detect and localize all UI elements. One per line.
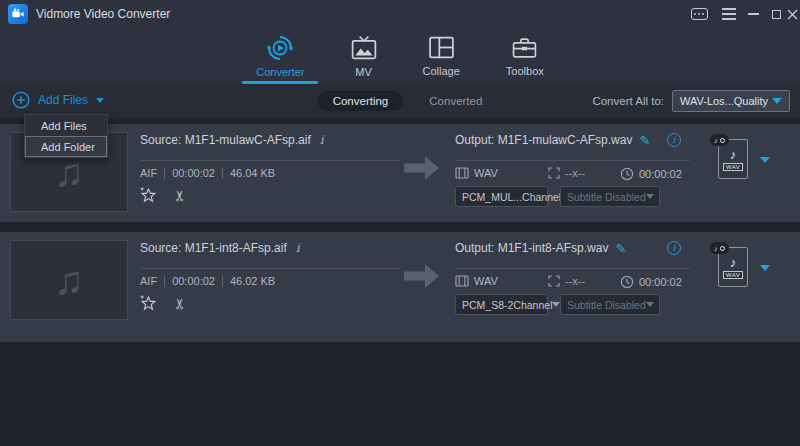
app-window: Vidmore Video Converter [0, 0, 800, 446]
output-format: WAV [474, 167, 498, 179]
tab-mv[interactable]: MV [345, 28, 383, 84]
file-type-label: WAV [723, 163, 744, 171]
output-filename: Output: M1F1-mulawC-AFsp.wav [455, 133, 632, 147]
audio-track-select[interactable]: PCM_MUL...Channel [455, 186, 548, 207]
tab-toolbox[interactable]: Toolbox [500, 28, 550, 84]
badge-disc-icon [720, 138, 725, 143]
music-note-icon: ♫ [54, 152, 84, 192]
output-duration: 00:00:02 [639, 168, 682, 180]
convert-all-caret-icon [772, 98, 782, 104]
output-file-icon: ♪ ♪ WAV [718, 139, 748, 179]
divider [140, 268, 400, 269]
select-caret-icon [646, 194, 654, 199]
output-duration: 00:00:02 [639, 276, 682, 288]
queue-tabs: Converting Converted [318, 84, 483, 118]
minimize-button[interactable] [743, 5, 763, 23]
output-info-icon[interactable]: i [667, 241, 681, 255]
subtitle-select[interactable]: Subtitle Disabled [560, 294, 660, 315]
output-resolution: --x-- [565, 275, 585, 287]
rename-pencil-icon[interactable]: ✎ [639, 134, 650, 147]
title-bar: Vidmore Video Converter [0, 0, 800, 28]
app-title: Vidmore Video Converter [36, 7, 170, 21]
mv-icon [351, 35, 377, 61]
rename-pencil-icon[interactable]: ✎ [615, 242, 626, 255]
format-dropdown-caret[interactable] [760, 157, 770, 163]
source-duration: 00:00:02 [172, 275, 215, 287]
divider [140, 160, 400, 161]
badge-note-icon: ♪ [714, 137, 718, 144]
source-size: 46.04 KB [230, 167, 275, 179]
tab-mv-label: MV [355, 66, 372, 78]
edit-effects-icon[interactable] [139, 294, 157, 312]
menu-item-add-folder[interactable]: Add Folder [25, 136, 107, 157]
cut-scissors-icon[interactable]: ✂ [172, 297, 187, 310]
select-caret-icon [646, 302, 654, 307]
app-logo-icon [8, 4, 28, 24]
convert-all-group: Convert All to: WAV-Los...Quality [592, 84, 790, 118]
source-format: AIF [140, 167, 157, 179]
clock-icon [620, 275, 634, 289]
add-files-button[interactable]: Add Files [12, 91, 104, 109]
source-filename: Source: M1F1-mulawC-AFsp.aif [140, 133, 311, 147]
add-files-caret-icon [96, 98, 104, 103]
source-info-icon[interactable]: i [296, 241, 300, 255]
output-filename: Output: M1F1-int8-AFsp.wav [455, 241, 608, 255]
audio-track-value: PCM_MUL...Channel [462, 191, 561, 203]
file-type-label: WAV [723, 271, 744, 279]
format-film-icon [455, 275, 469, 287]
badge-note-icon: ♪ [714, 245, 718, 252]
menu-hamburger-icon[interactable] [719, 5, 739, 23]
toolbox-icon [512, 35, 537, 60]
close-button[interactable] [782, 5, 800, 23]
convert-arrow-icon [404, 262, 440, 290]
add-files-label: Add Files [38, 93, 88, 107]
tab-converted[interactable]: Converted [429, 95, 482, 107]
tab-collage-label: Collage [423, 65, 460, 77]
file-thumbnail: ♫ [10, 240, 128, 320]
converter-icon [267, 35, 293, 61]
source-filename: Source: M1F1-int8-AFsp.aif [140, 241, 287, 255]
format-dropdown-caret[interactable] [760, 265, 770, 271]
output-resolution: --x-- [565, 167, 585, 179]
subtitle-value: Subtitle Disabled [567, 299, 646, 311]
collage-icon [429, 35, 454, 60]
tab-toolbox-label: Toolbox [506, 65, 544, 77]
tab-converting[interactable]: Converting [318, 91, 404, 111]
audio-track-value: PCM_S8-2Channel [462, 299, 552, 311]
add-plus-icon [12, 91, 30, 109]
output-file-icon: ♪ ♪ WAV [718, 247, 748, 287]
divider [455, 268, 690, 269]
clock-icon [620, 167, 634, 181]
source-format: AIF [140, 275, 157, 287]
cut-scissors-icon[interactable]: ✂ [172, 189, 187, 202]
badge-disc-icon [720, 246, 725, 251]
tab-converter-label: Converter [256, 66, 304, 78]
resolution-icon [548, 167, 560, 179]
source-size: 46.02 KB [230, 275, 275, 287]
subtitle-select[interactable]: Subtitle Disabled [560, 186, 660, 207]
file-row-1: ♫ Source: M1F1-mulawC-AFsp.aif i AIF 00:… [0, 124, 800, 222]
feedback-icon[interactable] [689, 5, 709, 23]
tab-converter[interactable]: Converter [250, 28, 310, 84]
format-film-icon [455, 167, 469, 179]
toolbar: Add Files Converting Converted Convert A… [0, 84, 800, 118]
add-files-menu: Add Files Add Folder [24, 114, 108, 158]
convert-all-value: WAV-Los...Quality [680, 95, 768, 107]
menu-item-add-files[interactable]: Add Files [25, 115, 107, 136]
main-nav-tabs: Converter MV Collage [0, 28, 800, 84]
source-duration: 00:00:02 [172, 167, 215, 179]
audio-track-select[interactable]: PCM_S8-2Channel [455, 294, 548, 315]
audio-badge: ♪ [710, 242, 729, 254]
output-info-icon[interactable]: i [667, 133, 681, 147]
file-row-2: ♫ Source: M1F1-int8-AFsp.aif i AIF 00:00… [0, 232, 800, 342]
convert-arrow-icon [404, 154, 440, 182]
convert-all-label: Convert All to: [592, 95, 664, 107]
convert-all-select[interactable]: WAV-Los...Quality [672, 90, 790, 112]
tab-collage[interactable]: Collage [417, 28, 466, 84]
file-note-icon: ♪ [730, 256, 737, 269]
source-info-icon[interactable]: i [320, 133, 324, 147]
subtitle-value: Subtitle Disabled [567, 191, 646, 203]
audio-badge: ♪ [710, 134, 729, 146]
file-note-icon: ♪ [730, 148, 737, 161]
edit-effects-icon[interactable] [139, 186, 157, 204]
